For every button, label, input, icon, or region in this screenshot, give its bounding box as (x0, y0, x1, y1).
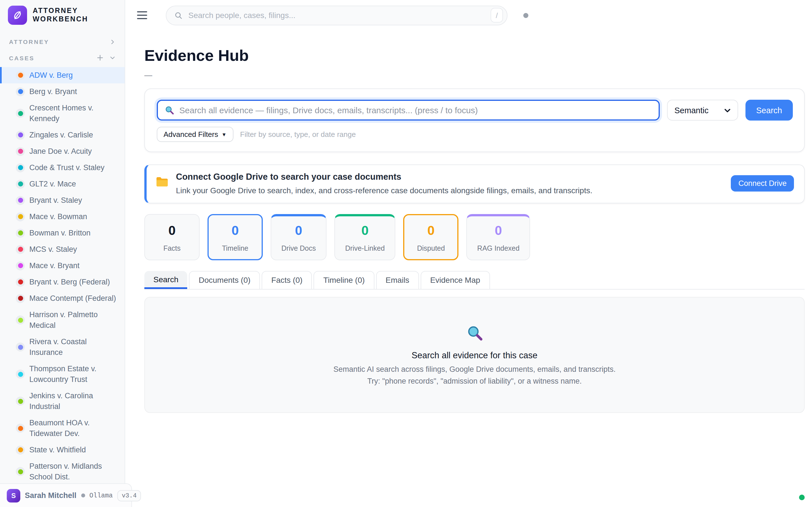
filters-hint: Filter by source, type, or date range (240, 130, 356, 138)
sidebar-case-item[interactable]: Thompson Estate v. Lowcountry Trust (0, 360, 124, 388)
main-area: / Evidence Hub — (125, 0, 812, 507)
sidebar-case-item[interactable]: Mace v. Bowman (0, 209, 124, 225)
case-dot-ring (16, 370, 25, 379)
case-dot-ring (16, 163, 25, 172)
app-window: ATTORNEY WORKBENCH ATTORNEY CASES ADW v.… (0, 0, 812, 507)
connect-drive-button[interactable]: Connect Drive (731, 175, 794, 191)
tab[interactable]: Facts (0) (262, 271, 312, 289)
global-search-input[interactable] (188, 11, 485, 20)
stat-label: Facts (155, 244, 189, 252)
chevron-right-icon[interactable] (109, 39, 116, 45)
case-color-dot (18, 447, 23, 452)
case-dot-ring (16, 71, 25, 80)
case-dot-ring (16, 179, 25, 188)
page-title: Evidence Hub (144, 46, 805, 65)
evidence-search-card: Semantic Search Advanced Filters ▼ Filte… (144, 89, 805, 152)
case-dot-ring (16, 245, 25, 254)
section-label-cases: CASES (9, 54, 35, 61)
menu-icon[interactable] (137, 11, 147, 19)
sidebar-case-item[interactable]: Zingales v. Carlisle (0, 127, 124, 143)
case-color-dot (18, 89, 23, 94)
empty-state-title: Search all evidence for this case (412, 350, 538, 360)
app-logo (8, 6, 27, 25)
sidebar-case-item[interactable]: Jane Doe v. Acuity (0, 143, 124, 159)
tab[interactable]: Search (144, 271, 188, 289)
brand-header: ATTORNEY WORKBENCH (0, 0, 124, 25)
stat-card[interactable]: 0 Timeline (207, 214, 263, 260)
case-name: Crescent Homes v. Kennedy (29, 103, 118, 124)
page-subtitle: — (144, 70, 805, 79)
case-dot-ring (16, 424, 25, 433)
tab[interactable]: Timeline (0) (314, 271, 374, 289)
sidebar-case-item[interactable]: Bowman v. Britton (0, 225, 124, 241)
case-dot-ring (16, 342, 25, 351)
case-name: Bryant v. Berg (Federal) (29, 277, 110, 287)
stat-card[interactable]: 0 Drive Docs (271, 214, 326, 260)
sidebar-case-item[interactable]: Code & Trust v. Staley (0, 159, 124, 176)
sidebar-case-item[interactable]: State v. Whitfield (0, 442, 124, 458)
case-name: Berg v. Bryant (29, 86, 77, 97)
case-dot-ring (16, 87, 25, 96)
stat-card[interactable]: 0 Facts (144, 214, 200, 260)
advanced-filters-button[interactable]: Advanced Filters ▼ (157, 127, 234, 142)
evidence-search-field[interactable] (157, 100, 660, 121)
search-mode-select[interactable]: Semantic (667, 100, 738, 121)
status-dot (81, 494, 85, 497)
sidebar-case-item[interactable]: Crescent Homes v. Kennedy (0, 100, 124, 127)
tab-bar: Search Documents (0) Facts (0) Timeline … (144, 271, 805, 290)
case-dot-ring (16, 445, 25, 454)
search-results-panel: Search all evidence for this case Semant… (144, 297, 805, 413)
sidebar-case-item[interactable]: Rivera v. Coastal Insurance (0, 334, 124, 360)
stat-card[interactable]: 0 Disputed (403, 214, 459, 260)
folder-icon (156, 176, 169, 188)
case-name: Code & Trust v. Staley (29, 162, 105, 173)
case-color-dot (18, 214, 23, 219)
global-search[interactable]: / (166, 5, 507, 25)
empty-state-line1: Semantic AI search across filings, Googl… (334, 365, 616, 374)
tab[interactable]: Documents (0) (189, 271, 260, 289)
drive-banner-text: Connect Google Drive to search your case… (176, 172, 592, 195)
case-color-dot (18, 372, 23, 377)
sidebar-case-item[interactable]: Harrison v. Palmetto Medical (0, 306, 124, 334)
add-case-icon[interactable] (96, 54, 104, 61)
case-name: GLT2 v. Mace (29, 179, 76, 189)
case-dot-ring (16, 147, 25, 156)
case-color-dot (18, 318, 23, 323)
compass-icon (12, 10, 23, 21)
user-footer[interactable]: S Sarah Mitchell Ollama v3.4 (0, 483, 132, 507)
sidebar-case-item[interactable]: Patterson v. Midlands School Dist. (0, 458, 124, 485)
sidebar-case-item[interactable]: Bryant v. Berg (Federal) (0, 274, 124, 290)
sidebar-case-item[interactable]: ADW v. Berg (0, 67, 124, 83)
case-color-dot (18, 73, 23, 78)
sidebar-case-item[interactable]: GLT2 v. Mace (0, 176, 124, 192)
sidebar-case-item[interactable]: Mace Contempt (Federal) (0, 290, 124, 306)
stat-card[interactable]: 0 Drive-Linked (335, 214, 395, 260)
search-button[interactable]: Search (746, 100, 793, 121)
drive-connect-banner: Connect Google Drive to search your case… (144, 165, 805, 203)
engine-label: Ollama (89, 492, 113, 499)
case-name: Mace v. Bowman (29, 211, 87, 222)
stat-card[interactable]: 0 RAG Indexed (467, 214, 530, 260)
case-list: ADW v. Berg Berg v. Bryant Crescent Home… (0, 67, 124, 507)
sidebar-case-item[interactable]: Mace v. Bryant (0, 258, 124, 274)
sidebar-case-item[interactable]: MCS v. Staley (0, 241, 124, 258)
evidence-search-input[interactable] (179, 105, 652, 115)
case-dot-ring (16, 294, 25, 303)
tab[interactable]: Evidence Map (421, 271, 490, 289)
tab[interactable]: Emails (376, 271, 419, 289)
sidebar-case-item[interactable]: Bryant v. Staley (0, 192, 124, 209)
chevron-down-icon[interactable] (109, 55, 116, 61)
stat-label: Disputed (414, 244, 448, 252)
sidebar-section-attorney[interactable]: ATTORNEY (0, 38, 124, 45)
case-name: Jenkins v. Carolina Industrial (29, 390, 118, 412)
case-color-dot (18, 263, 23, 268)
case-color-dot (18, 344, 23, 349)
case-name: Mace Contempt (Federal) (29, 293, 116, 304)
sidebar-case-item[interactable]: Jenkins v. Carolina Industrial (0, 388, 124, 414)
sidebar-case-item[interactable]: Beaumont HOA v. Tidewater Dev. (0, 414, 124, 442)
topbar: / (125, 0, 812, 31)
sidebar-case-item[interactable]: Berg v. Bryant (0, 83, 124, 100)
avatar: S (7, 489, 20, 502)
drive-banner-title: Connect Google Drive to search your case… (176, 172, 592, 182)
case-color-dot (18, 111, 23, 116)
